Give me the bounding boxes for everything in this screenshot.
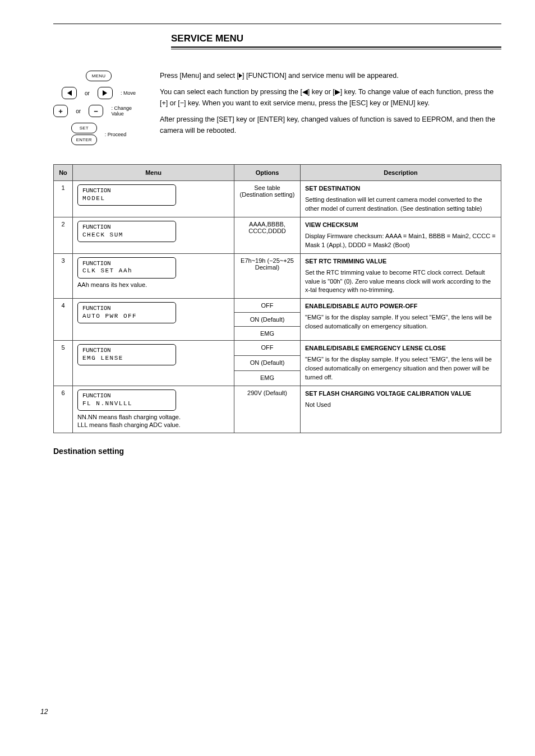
row-no: 4 <box>54 299 73 341</box>
lcd-display: FUNCTIONCHECK SUM <box>77 221 176 242</box>
or-label-2: or <box>73 108 83 114</box>
row-no: 3 <box>54 253 73 299</box>
intro-text: Press [Menu] and select [] [FUNCTION] an… <box>160 71 501 136</box>
plus-button: + <box>53 105 68 117</box>
row-option: EMG <box>234 371 301 386</box>
left-arrow-button <box>62 87 77 99</box>
th-no: No <box>54 165 73 181</box>
row-option: E7h~19h (−25~+25 Decimal) <box>234 253 301 299</box>
right-arrow-button <box>98 87 113 99</box>
row-option: OFF <box>234 299 301 313</box>
row-menu: FUNCTIONFL N.NNVLLLNN.NN means flash cha… <box>73 386 234 433</box>
left-arrow-icon <box>67 90 72 96</box>
row-no: 2 <box>54 217 73 253</box>
row-menu: FUNCTIONEMG LENSE <box>73 341 234 386</box>
table-row: 4FUNCTIONAUTO PWR OFFOFFENABLE/DISABLE A… <box>54 299 501 313</box>
row-menu: FUNCTIONAUTO PWR OFF <box>73 299 234 341</box>
th-options: Options <box>234 165 301 181</box>
row-option: AAAA,BBBB, CCCC,DDDD <box>234 217 301 253</box>
row-description: ENABLE/DISABLE EMERGENCY LENSE CLOSE"EMG… <box>301 341 501 386</box>
row-description: ENABLE/DISABLE AUTO POWER-OFF"EMG" is fo… <box>301 299 501 341</box>
table-row: 1FUNCTIONMODELSee table (Destination set… <box>54 181 501 217</box>
table-row: 3FUNCTIONCLK SET AAhAAh means its hex va… <box>54 253 501 299</box>
minus-button: − <box>89 105 103 117</box>
menu-button: MENU <box>86 71 112 81</box>
table-row: 5FUNCTIONEMG LENSEOFFENABLE/DISABLE EMER… <box>54 341 501 356</box>
page-number: 12 <box>40 708 48 716</box>
menu-note: NN.NN means flash charging voltage.LLL m… <box>77 413 229 429</box>
enter-button: ENTER <box>71 134 97 145</box>
lcd-display: FUNCTIONMODEL <box>77 184 176 206</box>
row-description: VIEW CHECKSUMDisplay Firmware checksum: … <box>301 217 501 253</box>
page-title: SERVICE MENU <box>171 33 501 44</box>
row-no: 6 <box>54 386 73 433</box>
service-menu-table: No Menu Options Description 1FUNCTIONMOD… <box>53 164 501 433</box>
row-no: 1 <box>54 181 73 217</box>
row-option: 290V (Default) <box>234 386 301 433</box>
table-row: 6FUNCTIONFL N.NNVLLLNN.NN means flash ch… <box>54 386 501 433</box>
plus-icon: + <box>58 108 63 115</box>
row-no: 5 <box>54 341 73 386</box>
row-description: SET RTC TRIMMING VALUESet the RTC trimmi… <box>301 253 501 299</box>
row-option: ON (Default) <box>234 313 301 327</box>
menu-note: AAh means its hex value. <box>77 281 229 289</box>
proceed-label: : Proceed <box>105 132 127 137</box>
lcd-display: FUNCTIONEMG LENSE <box>77 344 176 365</box>
row-menu: FUNCTIONCHECK SUM <box>73 217 234 253</box>
row-description: SET FLASH CHARGING VOLTAGE CALIBRATION V… <box>301 386 501 433</box>
row-menu: FUNCTIONMODEL <box>73 181 234 217</box>
lcd-display: FUNCTIONCLK SET AAh <box>77 257 176 279</box>
lcd-display: FUNCTIONFL N.NNVLLL <box>77 389 176 411</box>
button-legend: MENU or : Move + or − : Change Value SET… <box>53 71 144 152</box>
row-option: ON (Default) <box>234 356 301 371</box>
th-description: Description <box>301 165 501 181</box>
move-label: : Move <box>121 90 136 96</box>
right-arrow-icon <box>103 90 107 96</box>
set-button: SET <box>71 123 97 133</box>
minus-icon: − <box>94 108 98 115</box>
row-option: OFF <box>234 341 301 356</box>
destination-setting-heading: Destination setting <box>53 447 501 456</box>
row-option: See table (Destination setting) <box>234 181 301 217</box>
table-row: 2FUNCTIONCHECK SUMAAAA,BBBB, CCCC,DDDDVI… <box>54 217 501 253</box>
th-menu: Menu <box>73 165 234 181</box>
lcd-display: FUNCTIONAUTO PWR OFF <box>77 302 176 323</box>
row-option: EMG <box>234 327 301 341</box>
or-label: or <box>82 90 92 96</box>
row-menu: FUNCTIONCLK SET AAhAAh means its hex val… <box>73 253 234 299</box>
change-value-label: : Change Value <box>111 105 144 117</box>
row-description: SET DESTINATIONSetting destination will … <box>301 181 501 217</box>
